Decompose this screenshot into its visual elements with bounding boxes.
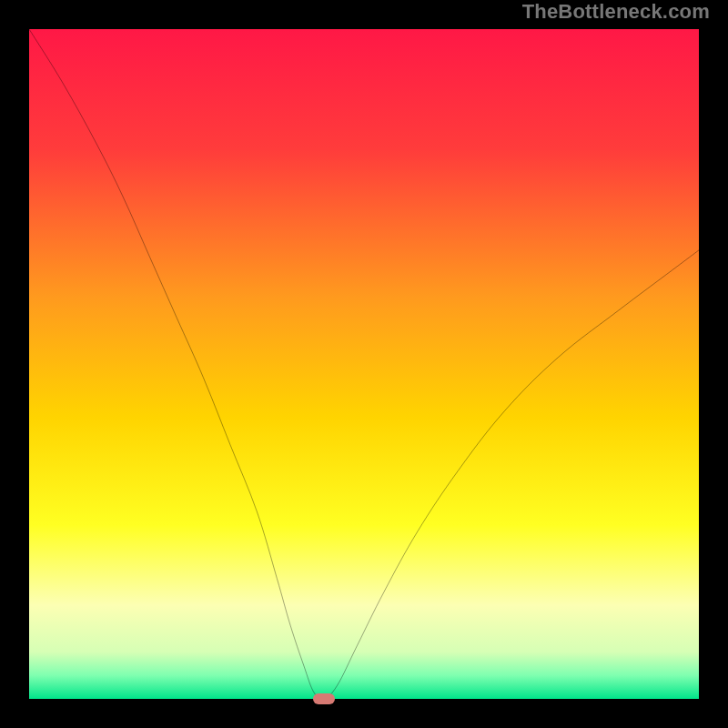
- chart-frame: TheBottleneck.com: [0, 0, 728, 728]
- watermark-text: TheBottleneck.com: [522, 0, 710, 24]
- plot-area: [29, 29, 699, 699]
- optimal-marker: [313, 693, 335, 704]
- bottleneck-curve: [29, 29, 699, 699]
